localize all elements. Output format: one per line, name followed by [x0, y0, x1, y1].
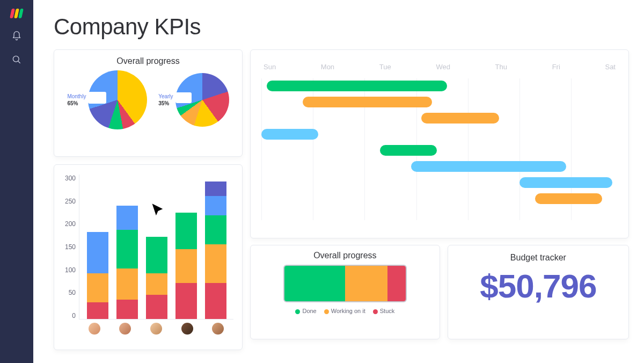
notifications-icon[interactable] [11, 30, 23, 42]
avatar [181, 323, 193, 335]
cursor-icon [149, 201, 167, 222]
yearly-pie-label: Yearly 35% [158, 93, 173, 107]
battery-segment [284, 266, 345, 301]
monthly-pie-chart [88, 70, 147, 129]
bar-segment [205, 244, 226, 283]
card-title: Overall progress [258, 251, 432, 260]
bar-segment [116, 268, 138, 300]
app-logo[interactable] [11, 9, 23, 18]
bars-plot-area [79, 175, 233, 320]
bar-column [87, 232, 108, 319]
bottom-row: Overall progress Done Working on it Stuc… [250, 245, 629, 339]
overall-progress-battery-card[interactable]: Overall progress Done Working on it Stuc… [250, 245, 440, 339]
day-label: Tue [379, 63, 391, 71]
bar-segment [146, 295, 167, 319]
timeline-bar[interactable] [267, 81, 448, 91]
day-label: Sun [264, 63, 276, 71]
app-root: Company KPIs Overall progress Monthly 65… [0, 0, 644, 363]
card-title: Budget tracker [456, 253, 621, 263]
avatar [212, 323, 224, 335]
timeline-bar[interactable] [411, 161, 566, 172]
bar-segment [205, 283, 226, 320]
budget-tracker-card[interactable]: Budget tracker $50,796 [448, 245, 629, 339]
bar-segment [175, 213, 197, 249]
page-title: Company KPIs [54, 14, 629, 40]
timeline-bar[interactable] [519, 177, 612, 188]
bar-segment [116, 206, 138, 230]
bar-segment [146, 273, 167, 295]
legend-item-done: Done [295, 308, 316, 314]
bar-segment [87, 302, 108, 320]
svg-point-0 [13, 56, 19, 62]
avatar [89, 323, 100, 335]
timeline-bar[interactable] [380, 145, 437, 156]
card-title: Overall progress [62, 56, 235, 66]
overall-progress-pies-card[interactable]: Overall progress Monthly 65% Yearly [54, 49, 243, 157]
bar-segment [116, 230, 138, 268]
monthly-pie-wrap: Monthly 65% [67, 70, 147, 129]
stacked-bars-card[interactable]: 300 250 200 150 100 50 0 [54, 164, 243, 350]
timeline-card[interactable]: Sun Mon Tue Wed Thu Fri Sat [250, 49, 629, 238]
bar-segment [87, 273, 108, 302]
avatar [119, 323, 131, 335]
day-label: Mon [321, 63, 334, 71]
main-content: Company KPIs Overall progress Monthly 65… [33, 0, 644, 363]
yearly-pie-wrap: Yearly 35% [158, 73, 229, 127]
budget-value: $50,796 [456, 267, 621, 305]
battery-legend: Done Working on it Stuck [258, 308, 432, 314]
bar-column [205, 182, 226, 320]
battery-chart [283, 265, 407, 302]
bar-segment [87, 232, 108, 273]
timeline-header: Sun Mon Tue Wed Thu Fri Sat [261, 63, 618, 81]
timeline-bar[interactable] [261, 129, 318, 140]
bar-column [116, 206, 138, 320]
monthly-pie-label: Monthly 65% [67, 93, 86, 107]
battery-segment [345, 266, 387, 301]
bar-segment [146, 237, 167, 273]
sidebar [0, 0, 33, 363]
day-label: Thu [495, 63, 507, 71]
search-icon[interactable] [11, 54, 23, 66]
bar-segment [175, 249, 197, 283]
day-label: Sat [605, 63, 616, 71]
day-label: Fri [552, 63, 560, 71]
day-label: Wed [436, 63, 450, 71]
timeline-bar[interactable] [303, 97, 432, 107]
bar-segment [116, 300, 138, 319]
legend-item-working: Working on it [324, 308, 365, 314]
battery-segment [387, 266, 406, 301]
y-axis: 300 250 200 150 100 50 0 [63, 175, 79, 320]
legend-item-stuck: Stuck [373, 308, 395, 314]
bar-segment [205, 182, 226, 196]
timeline-bar[interactable] [421, 113, 499, 124]
bar-segment [205, 196, 226, 215]
bar-segment [205, 215, 226, 244]
timeline-body [261, 81, 618, 220]
timeline-bar[interactable] [535, 193, 602, 204]
yearly-pie-chart [175, 73, 229, 127]
avatars-row [63, 320, 233, 335]
avatar [150, 323, 162, 335]
bar-column [146, 237, 167, 319]
bar-segment [175, 283, 197, 320]
bar-column [175, 213, 197, 319]
